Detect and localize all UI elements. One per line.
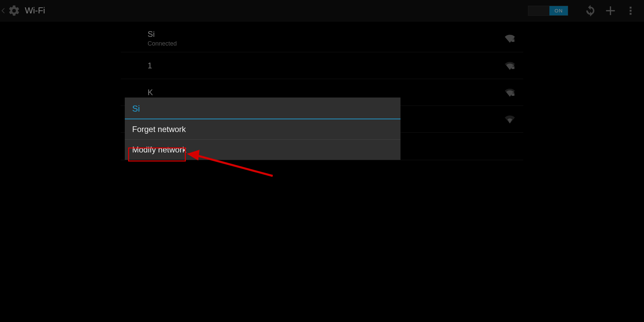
svg-rect-5: [512, 93, 515, 96]
svg-rect-4: [512, 66, 515, 69]
wifi-status: Connected: [148, 40, 177, 47]
wifi-toggle-on-label: ON: [549, 6, 568, 15]
wifi-network-row[interactable]: 1: [121, 52, 523, 79]
svg-rect-0: [630, 7, 631, 8]
settings-icon[interactable]: [7, 3, 21, 18]
page-title: Wi-Fi: [25, 5, 45, 16]
svg-rect-3: [512, 39, 515, 42]
wifi-ssid: K: [148, 88, 153, 97]
dialog-title: Si: [125, 98, 400, 119]
wifi-signal-none-icon: [503, 140, 517, 153]
dialog-item-forget[interactable]: Forget network: [125, 119, 400, 140]
refresh-icon[interactable]: [580, 0, 600, 21]
wifi-network-row[interactable]: Si Connected: [121, 25, 523, 52]
svg-rect-2: [630, 13, 631, 14]
overflow-menu-icon[interactable]: [621, 0, 641, 21]
network-context-dialog: Si Forget network Modify network: [125, 98, 400, 160]
wifi-toggle[interactable]: ON: [528, 6, 568, 16]
dialog-item-modify[interactable]: Modify network: [125, 140, 400, 160]
wifi-signal-secured-icon: [503, 32, 517, 45]
wifi-ssid: 1: [148, 61, 152, 70]
svg-rect-1: [630, 10, 631, 11]
wifi-signal-secured-icon: [503, 59, 517, 72]
action-bar: Wi-Fi ON: [0, 0, 644, 21]
wifi-signal-open-icon: [503, 113, 517, 126]
wifi-signal-secured-icon: [503, 86, 517, 99]
back-icon[interactable]: [0, 0, 7, 21]
wifi-ssid: Si: [148, 29, 177, 39]
add-network-icon[interactable]: [600, 0, 621, 21]
